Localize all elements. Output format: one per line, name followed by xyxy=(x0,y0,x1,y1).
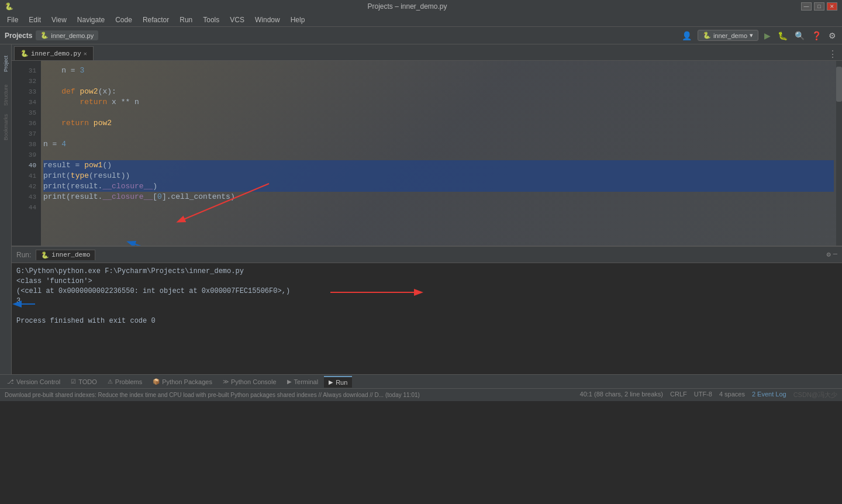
code-line-37 xyxy=(43,129,834,139)
close-button[interactable]: ✕ xyxy=(827,2,837,11)
menu-refactor[interactable]: Refactor xyxy=(138,15,174,25)
line-num-43: 43 xyxy=(12,192,41,202)
tab-run-label: Run xyxy=(336,379,347,386)
run-tab-label: inner_demo xyxy=(51,251,90,258)
titlebar-icon: 🐍 xyxy=(5,2,13,11)
statusbar: Download pre-built shared indexes: Reduc… xyxy=(0,388,842,401)
line-num-38: 38 xyxy=(12,139,41,150)
titlebar-title: Projects – inner_demo.py xyxy=(367,2,447,11)
packages-icon: 📦 xyxy=(153,378,160,385)
menu-navigate[interactable]: Navigate xyxy=(73,15,109,25)
run-output: G:\Python\python.exe F:\Pycharm\Projects… xyxy=(12,263,842,374)
event-log[interactable]: 2 Event Log xyxy=(752,391,786,399)
output-line-2: (<cell at 0x0000000002236550: int object… xyxy=(16,286,837,296)
run-config-label: inner_demo xyxy=(713,32,747,39)
run-button[interactable]: ▶ xyxy=(763,30,772,42)
code-line-34: return x ** n xyxy=(43,97,834,108)
code-line-35 xyxy=(43,108,834,118)
code-line-41: print(type(result)) xyxy=(43,171,834,181)
line-num-34: 34 xyxy=(12,97,41,108)
editor-tab-label: inner_demo.py xyxy=(31,50,81,57)
run-tab[interactable]: 🐍 inner_demo xyxy=(36,250,95,260)
version-control-icon: ⎇ xyxy=(7,378,14,385)
status-right: 40:1 (88 chars, 2 line breaks) CRLF UTF-… xyxy=(580,391,837,399)
code-editor[interactable]: 31 32 33 34 35 36 37 38 39 40 41 42 43 4… xyxy=(12,61,842,246)
code-line-32 xyxy=(43,76,834,87)
panel-icons: Project Structure Bookmarks xyxy=(0,44,12,374)
panel-icon-project[interactable]: Project xyxy=(1,49,11,78)
maximize-button[interactable]: □ xyxy=(814,2,824,11)
code-line-42: print(result.__closure__) xyxy=(43,181,834,192)
search-button[interactable]: 🔍 xyxy=(793,30,806,42)
file-icon: 🐍 xyxy=(20,50,29,57)
help-icon[interactable]: ❓ xyxy=(810,30,823,42)
line-num-44: 44 xyxy=(12,202,41,213)
tab-python-console[interactable]: ≫ Python Console xyxy=(218,376,281,388)
toolbar-right: 👤 🐍 inner_demo ▾ ▶ 🐛 🔍 ❓ ⚙ xyxy=(681,30,837,42)
tab-run[interactable]: ▶ Run xyxy=(324,376,352,388)
tab-python-packages[interactable]: 📦 Python Packages xyxy=(148,376,217,388)
menu-view[interactable]: View xyxy=(47,15,71,25)
project-tab-label: inner_demo.py xyxy=(51,32,94,39)
run-config[interactable]: 🐍 inner_demo ▾ xyxy=(698,30,758,41)
todo-icon: ☑ xyxy=(71,378,76,385)
menu-tools[interactable]: Tools xyxy=(198,15,224,25)
line-num-40: 40 xyxy=(12,160,41,171)
chevron-down-icon: ▾ xyxy=(750,32,753,39)
run-config-icon: 🐍 xyxy=(703,32,711,39)
terminal-icon: ▶ xyxy=(287,378,292,385)
tab-terminal-label: Terminal xyxy=(294,378,319,385)
project-tab[interactable]: 🐍 inner_demo.py xyxy=(36,30,98,40)
tab-todo[interactable]: ☑ TODO xyxy=(66,376,102,388)
line-num-35: 35 xyxy=(12,108,41,118)
code-lines: n = 3 def pow2(x): return x ** n return … xyxy=(41,61,836,246)
line-endings[interactable]: CRLF xyxy=(670,391,687,399)
tab-more-icon[interactable]: ⋮ xyxy=(828,49,842,60)
panel-icon-bookmarks[interactable]: Bookmarks xyxy=(1,112,11,141)
settings-icon[interactable]: ⚙ xyxy=(827,30,837,42)
output-line-1: <class 'function'> xyxy=(16,277,837,286)
tab-version-control[interactable]: ⎇ Version Control xyxy=(2,376,65,388)
cursor-position[interactable]: 40:1 (88 chars, 2 line breaks) xyxy=(580,391,663,399)
line-num-41: 41 xyxy=(12,171,41,181)
minimize-run-icon[interactable]: — xyxy=(833,250,837,259)
debug-button[interactable]: 🐛 xyxy=(777,30,789,42)
code-line-36: return pow2 xyxy=(43,118,834,129)
minimize-button[interactable]: — xyxy=(801,2,812,11)
run-tab-icon: ▶ xyxy=(329,379,333,385)
tab-problems[interactable]: ⚠ Problems xyxy=(103,376,147,388)
tab-todo-label: TODO xyxy=(78,378,97,385)
output-line-3: 3 xyxy=(16,296,837,306)
charset[interactable]: UTF-8 xyxy=(694,391,712,399)
problems-icon: ⚠ xyxy=(108,378,113,385)
panel-icon-structure[interactable]: Structure xyxy=(1,81,11,110)
line-num-42: 42 xyxy=(12,181,41,192)
editor-tab-inner-demo[interactable]: 🐍 inner_demo.py ✕ xyxy=(14,46,94,60)
status-message: Download pre-built shared indexes: Reduc… xyxy=(5,392,575,398)
editor-scrollbar[interactable] xyxy=(836,61,842,246)
menu-vcs[interactable]: VCS xyxy=(225,15,249,25)
menubar: File Edit View Navigate Code Refactor Ru… xyxy=(0,13,842,27)
menu-help[interactable]: Help xyxy=(286,15,310,25)
code-line-39 xyxy=(43,150,834,160)
run-panel: Run: 🐍 inner_demo ⚙ — G:\Python\python.e… xyxy=(12,246,842,374)
code-line-40: result = pow1() xyxy=(43,160,834,171)
settings-run-icon[interactable]: ⚙ xyxy=(827,250,831,259)
menu-file[interactable]: File xyxy=(2,15,23,25)
close-tab-icon[interactable]: ✕ xyxy=(84,50,87,57)
user-icon[interactable]: 👤 xyxy=(681,30,693,42)
run-tab-icon: 🐍 xyxy=(41,251,49,259)
output-empty xyxy=(16,306,837,316)
line-num-32: 32 xyxy=(12,76,41,87)
menu-run[interactable]: Run xyxy=(175,15,197,25)
menu-edit[interactable]: Edit xyxy=(24,15,46,25)
menu-code[interactable]: Code xyxy=(111,15,137,25)
indent[interactable]: 4 spaces xyxy=(719,391,745,399)
menu-window[interactable]: Window xyxy=(250,15,285,25)
scroll-thumb[interactable] xyxy=(836,67,842,102)
project-label: Projects xyxy=(5,32,32,40)
line-num-36: 36 xyxy=(12,118,41,129)
output-line-5: Process finished with exit code 0 xyxy=(16,316,837,326)
tab-terminal[interactable]: ▶ Terminal xyxy=(282,376,323,388)
python-file-icon: 🐍 xyxy=(40,32,49,39)
